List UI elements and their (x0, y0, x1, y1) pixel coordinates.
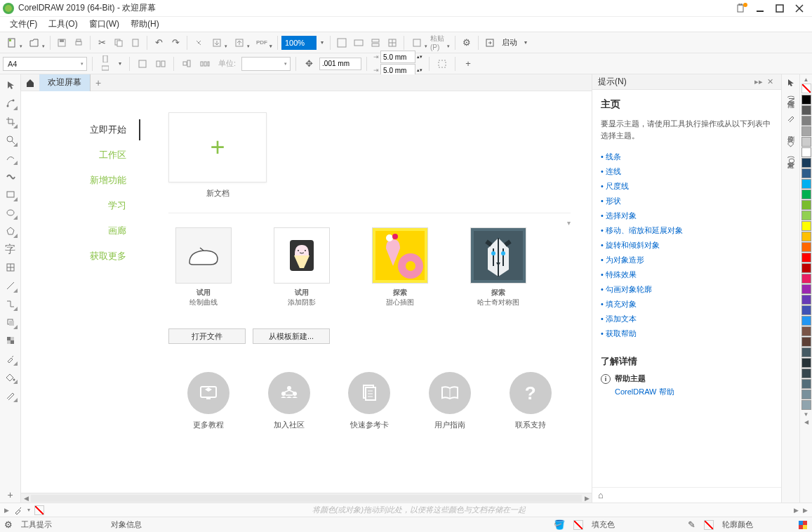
docker-objects-tab[interactable]: 对象(O) (785, 153, 797, 168)
hint-link-6[interactable]: 旋转和倾斜对象 (601, 238, 773, 253)
color-swatch-0[interactable] (801, 95, 811, 105)
launch-label[interactable]: 启动 (499, 37, 520, 48)
color-swatch-17[interactable] (801, 274, 811, 284)
nav-get-started[interactable]: 立即开始 (21, 119, 140, 140)
connector-tool[interactable] (3, 296, 18, 312)
artistic-media-tool[interactable] (3, 168, 18, 184)
fill-tool[interactable] (3, 369, 18, 385)
snap-button[interactable] (408, 35, 429, 51)
hint-link-1[interactable]: 连线 (601, 164, 773, 179)
color-swatch-29[interactable] (801, 400, 811, 410)
orientation-portrait[interactable] (98, 55, 113, 63)
launch-icon[interactable] (482, 35, 498, 51)
dimension-tool[interactable] (3, 278, 18, 293)
treat-as-filled-button[interactable] (434, 56, 450, 72)
menu-help[interactable]: 帮助(H) (125, 18, 165, 30)
freehand-tool[interactable] (3, 150, 18, 166)
pick-tool[interactable] (3, 77, 18, 93)
shape-tool[interactable] (3, 95, 18, 111)
duplicate-x-input[interactable] (380, 51, 415, 63)
hint-link-0[interactable]: 线条 (601, 149, 773, 164)
resource-manual[interactable]: 用户指南 (429, 372, 471, 430)
menu-window[interactable]: 窗口(W) (84, 18, 125, 30)
doc-palette-none-swatch[interactable] (34, 505, 44, 515)
hint-link-2[interactable]: 尺度线 (601, 179, 773, 194)
palette-up-arrow[interactable]: ▲ (803, 76, 810, 84)
text-tool[interactable]: 字 (3, 241, 18, 257)
color-swatch-26[interactable] (801, 368, 811, 378)
notifications-icon[interactable] (731, 1, 750, 15)
undo-button[interactable]: ↶ (151, 35, 166, 51)
page-size-combo[interactable]: A4 (3, 57, 87, 71)
color-swatch-5[interactable] (801, 147, 811, 157)
nav-get-more[interactable]: 获取更多 (21, 246, 140, 267)
maximize-button[interactable] (770, 1, 790, 15)
no-color-swatch[interactable] (801, 84, 811, 93)
open-button[interactable] (25, 35, 46, 51)
paste-special-button[interactable]: 粘贴(P) (430, 35, 451, 51)
hint-link-7[interactable]: 为对象造形 (601, 253, 773, 267)
hint-link-10[interactable]: 填充对象 (601, 297, 773, 312)
color-swatch-21[interactable] (801, 316, 811, 326)
polygon-tool[interactable] (3, 223, 18, 239)
color-swatch-16[interactable] (801, 263, 811, 273)
fullscreen-button[interactable] (334, 35, 350, 51)
resource-tutorials[interactable]: 更多教程 (187, 372, 229, 430)
hint-link-9[interactable]: 勾画对象轮廓 (601, 282, 773, 297)
color-swatch-4[interactable] (801, 137, 811, 147)
template-card-2[interactable]: 探索 甜心插图 (365, 227, 435, 307)
orientation-dropdown[interactable]: ▾ (116, 56, 124, 72)
color-swatch-20[interactable] (801, 305, 811, 315)
color-swatch-7[interactable] (801, 168, 811, 178)
export-button[interactable] (230, 35, 251, 51)
from-template-button[interactable]: 从模板新建... (253, 328, 330, 344)
color-swatch-19[interactable] (801, 295, 811, 305)
status-gear-icon[interactable]: ⚙ (4, 519, 13, 530)
search-button[interactable] (191, 35, 206, 51)
docker-objects-icon[interactable]: ◇ (785, 138, 797, 149)
template-card-3[interactable]: 探索 哈士奇对称图 (463, 227, 533, 307)
add-tab-button[interactable]: + (91, 77, 106, 88)
outline-swatch[interactable] (704, 520, 714, 530)
hint-link-11[interactable]: 添加文本 (601, 312, 773, 326)
color-swatch-28[interactable] (801, 390, 811, 399)
eyedropper-icon[interactable] (13, 505, 23, 515)
color-swatch-12[interactable] (801, 221, 811, 231)
cut-button[interactable]: ✂ (94, 35, 109, 51)
nudge-input[interactable] (319, 58, 361, 70)
color-swatch-1[interactable] (801, 105, 811, 115)
horizontal-scrollbar[interactable]: ◀▶ (21, 493, 592, 503)
hints-close-icon[interactable]: ✕ (765, 77, 776, 86)
hints-home-icon[interactable]: ⌂ (598, 490, 604, 500)
publish-pdf-button[interactable]: PDF (253, 35, 274, 51)
zoom-input[interactable] (281, 36, 317, 50)
palette-left-arrow[interactable]: ▶ (4, 507, 9, 514)
facing-pages-button[interactable] (153, 56, 168, 72)
color-swatch-3[interactable] (801, 126, 811, 136)
page-layout-button[interactable] (135, 56, 150, 72)
hint-link-5[interactable]: 移动、缩放和延展对象 (601, 223, 773, 238)
hint-link-4[interactable]: 选择对象 (601, 208, 773, 223)
new-button[interactable] (3, 35, 24, 51)
align-button[interactable] (179, 56, 194, 72)
menu-file[interactable]: 文件(F) (4, 18, 43, 30)
options-button[interactable]: ⚙ (459, 35, 474, 51)
paste-button[interactable] (128, 35, 143, 51)
color-swatch-9[interactable] (801, 189, 811, 199)
table-tool[interactable] (3, 260, 18, 275)
hint-link-12[interactable]: 获取帮助 (601, 326, 773, 341)
template-card-1[interactable]: 试用 添加阴影 (267, 227, 337, 307)
color-swatch-10[interactable] (801, 200, 811, 210)
save-button[interactable] (54, 35, 69, 51)
new-document-card[interactable]: + (168, 112, 267, 182)
color-swatch-15[interactable] (801, 253, 811, 262)
color-swatch-25[interactable] (801, 358, 811, 368)
toolbox-add[interactable]: + (3, 487, 18, 503)
eyedropper-tool[interactable] (3, 351, 18, 366)
palette-flyout-arrow[interactable]: ◀ (804, 418, 809, 426)
distribute-button[interactable] (197, 56, 213, 72)
nav-whats-new[interactable]: 新增功能 (21, 170, 140, 191)
copy-button[interactable] (111, 35, 126, 51)
home-icon[interactable] (21, 78, 39, 88)
tab-welcome[interactable]: 欢迎屏幕 (39, 74, 91, 91)
